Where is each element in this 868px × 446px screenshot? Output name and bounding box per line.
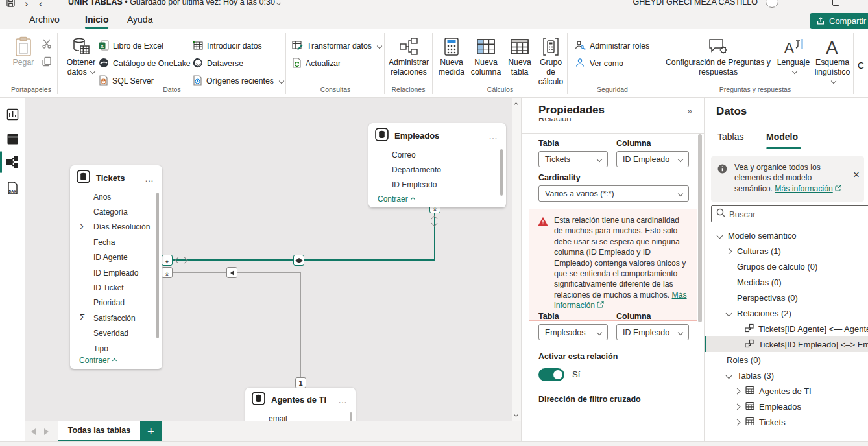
field-row[interactable]: Severidad — [70, 326, 162, 341]
info-more-link[interactable]: Más información — [775, 184, 832, 193]
field-row[interactable]: Fecha — [70, 235, 162, 250]
to-table-dropdown[interactable]: Empleados — [538, 324, 608, 340]
cardinality-dropdown[interactable]: Varios a varios (*:*) — [538, 185, 689, 202]
new-column-button[interactable]: Nueva columna — [468, 36, 503, 77]
card-menu-button[interactable]: … — [488, 131, 500, 141]
card-scrollbar[interactable] — [500, 149, 503, 196]
manage-relationships-button[interactable]: Administrar relaciones — [386, 36, 431, 77]
tree-item-roles[interactable]: Roles (0) — [705, 352, 868, 368]
share-button[interactable]: Compartir — [810, 13, 868, 29]
tree-item-perspectivas[interactable]: Perspectivas (0) — [705, 290, 868, 305]
transform-data-button[interactable]: Transformar datos — [292, 40, 381, 53]
view-as-button[interactable]: Ver como — [575, 57, 623, 70]
redo-icon[interactable]: › — [25, 0, 28, 10]
field-row[interactable]: ID Empleado — [70, 265, 162, 280]
menu-inicio[interactable]: Inicio — [85, 14, 109, 25]
to-column-dropdown[interactable]: ID Empleado — [616, 324, 689, 340]
from-column-dropdown[interactable]: ID Empleado — [616, 151, 689, 167]
search-input[interactable] — [729, 209, 846, 219]
canvas-vertical-scrollbar[interactable] — [512, 98, 521, 421]
filter-direction-single-marker[interactable] — [226, 267, 237, 278]
layout-tab-todas-las-tablas[interactable]: Todas las tablas — [58, 421, 140, 441]
field-row[interactable]: Tipo — [70, 341, 162, 356]
collapse-card-button[interactable]: Contraer — [79, 356, 116, 365]
enter-data-button[interactable]: Introducir datos — [193, 40, 262, 53]
tree-item-relaciones[interactable]: Relaciones (2) — [705, 305, 868, 321]
field-row[interactable]: Prioridad — [70, 296, 162, 311]
model-view-button[interactable] — [0, 151, 25, 173]
tree-item-relationship[interactable]: Tickets[ID Agente] <— Agentes de TI — [705, 321, 868, 336]
close-icon[interactable]: × — [853, 170, 860, 180]
manage-roles-button[interactable]: Administrar roles — [575, 40, 649, 53]
undo-icon[interactable]: ‹ — [39, 0, 42, 10]
new-table-button[interactable]: Nueva tabla — [505, 36, 535, 77]
tree-item-table-agentes[interactable]: Agentes de TI — [705, 383, 868, 399]
tree-item-grupos-calculo[interactable]: Grupos de cálculo (0) — [705, 259, 868, 274]
excel-workbook-button[interactable]: x Libro de Excel — [99, 40, 163, 53]
onelake-catalog-button[interactable]: Catálogo de OneLake — [99, 57, 200, 70]
avatar[interactable] — [766, 0, 778, 8]
filter-direction-both-marker[interactable] — [293, 255, 304, 266]
scroll-down-icon[interactable] — [514, 412, 518, 417]
field-row[interactable]: ID Agente — [70, 250, 162, 265]
language-button[interactable]: A Lenguaje — [775, 36, 812, 77]
table-card-agentes[interactable]: Agentes de TI … email — [245, 388, 356, 421]
cardinality-many-marker[interactable]: * — [162, 267, 173, 278]
field-row[interactable]: Años — [70, 189, 162, 204]
next-page-icon[interactable] — [44, 428, 49, 435]
menu-ayuda[interactable]: Ayuda — [127, 14, 152, 25]
tree-item-culturas[interactable]: Culturas (1) — [705, 243, 868, 259]
document-title[interactable]: UNIR TABLAS • Guardado por última vez: H… — [68, 0, 280, 6]
window-icon[interactable] — [832, 0, 839, 6]
table-view-button[interactable] — [0, 128, 25, 150]
tree-item-tablas[interactable]: Tablas (3) — [705, 368, 868, 383]
dax-query-view-button[interactable]: DAX — [0, 177, 25, 199]
field-row[interactable]: ID Ticket — [70, 280, 162, 295]
collapse-card-button[interactable]: Contraer — [378, 194, 415, 204]
tree-item-table-tickets[interactable]: Tickets — [705, 414, 868, 430]
add-layout-button[interactable]: + — [140, 421, 162, 441]
card-menu-button[interactable]: … — [338, 395, 349, 405]
qna-settings-button[interactable]: Configuración de Preguntas y respuestas — [662, 36, 774, 77]
dataverse-button[interactable]: Dataverse — [193, 57, 243, 70]
activate-relationship-toggle[interactable] — [538, 368, 564, 381]
linguistic-schema-button[interactable]: A Esquema lingüístico — [813, 36, 852, 87]
paste-button[interactable]: Pegar — [9, 36, 38, 67]
cut-icon[interactable] — [42, 38, 52, 51]
field-row[interactable]: ID Empleado — [368, 178, 506, 193]
tab-tablas[interactable]: Tablas — [717, 132, 743, 142]
prev-page-icon[interactable] — [31, 428, 36, 435]
menu-archivo[interactable]: Archivo — [29, 14, 60, 25]
field-row[interactable]: Categoría — [70, 204, 162, 219]
field-row[interactable]: ΣDías Resolución — [70, 220, 162, 235]
tab-modelo[interactable]: Modelo — [766, 132, 798, 142]
tree-item-table-empleados[interactable]: Empleados — [705, 399, 868, 414]
search-box[interactable] — [711, 205, 868, 222]
properties-scrollbar[interactable] — [698, 134, 702, 322]
cardinality-one-marker[interactable]: 1 — [295, 377, 306, 388]
refresh-button[interactable]: Actualizar — [292, 57, 341, 70]
relation-section-header[interactable]: Relación — [538, 118, 572, 124]
tree-item-medidas[interactable]: Medidas (0) — [705, 274, 868, 290]
copy-icon[interactable] — [42, 56, 52, 69]
field-row[interactable]: ΣSatisfacción — [70, 311, 162, 325]
field-row[interactable]: Departamento — [368, 162, 506, 177]
calculation-group-button[interactable]: Grupo de cálculo — [535, 36, 567, 87]
save-icon[interactable] — [6, 0, 15, 9]
card-scrollbar[interactable] — [350, 412, 352, 421]
tree-item-modelo-semantico[interactable]: Modelo semántico — [705, 228, 868, 243]
new-measure-button[interactable]: Nueva medida — [436, 36, 467, 77]
field-row[interactable]: email — [245, 411, 356, 421]
ribbon-overflow-item[interactable]: C — [858, 60, 864, 71]
from-table-dropdown[interactable]: Tickets — [538, 151, 608, 167]
get-data-button[interactable]: Obtener datos — [64, 36, 99, 77]
table-card-empleados[interactable]: Empleados … Correo Departamento ID Emple… — [368, 123, 506, 207]
card-scrollbar[interactable] — [156, 193, 159, 338]
table-card-tickets[interactable]: Tickets … Años Categoría ΣDías Resolució… — [70, 165, 162, 369]
scroll-up-icon[interactable] — [514, 102, 518, 107]
report-view-button[interactable] — [0, 103, 25, 125]
tree-item-relationship-selected[interactable]: Tickets[ID Empleado] <–> Empleados — [705, 336, 868, 352]
cardinality-many-marker[interactable]: * — [162, 255, 173, 266]
model-canvas[interactable]: * * * 1 Tickets … Años Categoría ΣDía — [25, 98, 521, 421]
card-menu-button[interactable]: … — [145, 173, 156, 183]
